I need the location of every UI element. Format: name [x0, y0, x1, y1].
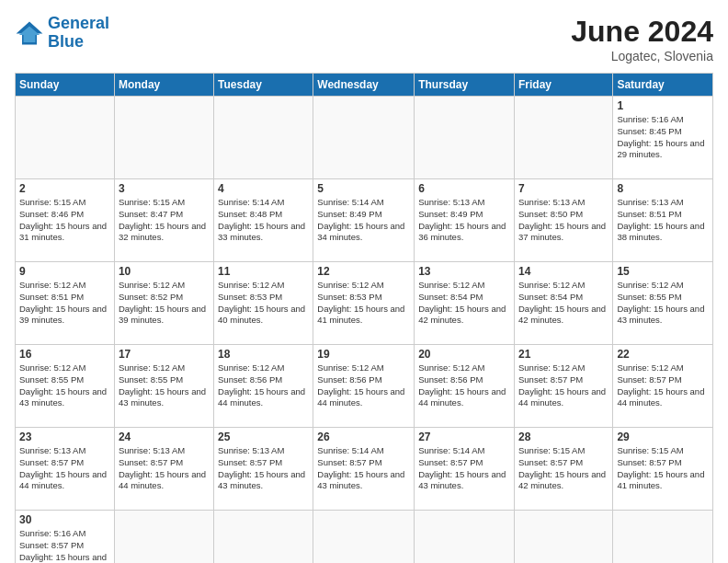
- day-number: 17: [119, 348, 210, 361]
- calendar-cell: [514, 511, 612, 564]
- calendar-cell: 7 Sunrise: 5:13 AM Sunset: 8:50 PM Dayli…: [514, 179, 612, 262]
- day-number: 3: [119, 182, 210, 195]
- sunset: Sunset: 8:51 PM: [19, 292, 84, 302]
- calendar-row-1: 1 Sunrise: 5:16 AM Sunset: 8:45 PM Dayli…: [16, 97, 713, 179]
- sunset: Sunset: 8:56 PM: [418, 374, 483, 385]
- header-wednesday: Wednesday: [313, 74, 415, 97]
- calendar-cell: 11 Sunrise: 5:12 AM Sunset: 8:53 PM Dayl…: [214, 262, 313, 345]
- sunrise: Sunrise: 5:16 AM: [19, 528, 85, 538]
- sunrise: Sunrise: 5:12 AM: [518, 280, 585, 290]
- calendar-cell: 9 Sunrise: 5:12 AM Sunset: 8:51 PM Dayli…: [16, 262, 115, 345]
- day-number: 27: [418, 431, 510, 443]
- calendar-cell: [114, 511, 213, 564]
- calendar-cell: 20 Sunrise: 5:12 AM Sunset: 8:56 PM Dayl…: [415, 345, 515, 428]
- sunrise: Sunrise: 5:12 AM: [518, 362, 585, 373]
- daylight: Daylight: 15 hours and 31 minutes.: [19, 221, 107, 243]
- sunset: Sunset: 8:45 PM: [617, 126, 681, 136]
- daylight: Daylight: 15 hours and 41 minutes.: [617, 469, 704, 491]
- day-info: Sunrise: 5:15 AM Sunset: 8:57 PM Dayligh…: [617, 445, 709, 492]
- calendar-cell: 15 Sunrise: 5:12 AM Sunset: 8:55 PM Dayl…: [613, 262, 713, 345]
- sunset: Sunset: 8:53 PM: [218, 292, 282, 302]
- sunset: Sunset: 8:46 PM: [19, 209, 84, 219]
- location: Logatec, Slovenia: [571, 49, 713, 63]
- calendar-cell: [514, 97, 612, 179]
- calendar-cell: 24 Sunrise: 5:13 AM Sunset: 8:57 PM Dayl…: [114, 428, 213, 511]
- calendar-cell: 16 Sunrise: 5:12 AM Sunset: 8:55 PM Dayl…: [16, 345, 115, 428]
- calendar-cell: 22 Sunrise: 5:12 AM Sunset: 8:57 PM Dayl…: [613, 345, 713, 428]
- day-number: 6: [418, 182, 510, 195]
- calendar-cell: 26 Sunrise: 5:14 AM Sunset: 8:57 PM Dayl…: [313, 428, 415, 511]
- sunset: Sunset: 8:49 PM: [418, 209, 483, 219]
- calendar-row-5: 23 Sunrise: 5:13 AM Sunset: 8:57 PM Dayl…: [16, 428, 713, 511]
- sunrise: Sunrise: 5:16 AM: [617, 114, 683, 124]
- sunset: Sunset: 8:49 PM: [317, 209, 381, 219]
- day-number: 25: [218, 431, 309, 443]
- daylight: Daylight: 15 hours and 44 minutes.: [218, 386, 305, 408]
- calendar-cell: 10 Sunrise: 5:12 AM Sunset: 8:52 PM Dayl…: [114, 262, 213, 345]
- day-info: Sunrise: 5:16 AM Sunset: 8:57 PM Dayligh…: [19, 528, 110, 563]
- calendar-cell: 1 Sunrise: 5:16 AM Sunset: 8:45 PM Dayli…: [613, 97, 713, 179]
- day-info: Sunrise: 5:12 AM Sunset: 8:54 PM Dayligh…: [418, 280, 510, 327]
- day-number: 15: [617, 265, 709, 278]
- sunrise: Sunrise: 5:15 AM: [19, 197, 85, 207]
- day-number: 28: [518, 431, 609, 443]
- daylight: Daylight: 15 hours and 43 minutes.: [218, 469, 305, 491]
- sunset: Sunset: 8:57 PM: [119, 457, 183, 467]
- day-info: Sunrise: 5:13 AM Sunset: 8:50 PM Dayligh…: [518, 197, 609, 244]
- calendar-cell: [114, 97, 213, 179]
- calendar-cell: 14 Sunrise: 5:12 AM Sunset: 8:54 PM Dayl…: [514, 262, 612, 345]
- sunset: Sunset: 8:51 PM: [617, 209, 681, 219]
- calendar-row-3: 9 Sunrise: 5:12 AM Sunset: 8:51 PM Dayli…: [16, 262, 713, 345]
- day-number: 7: [518, 182, 609, 195]
- sunrise: Sunrise: 5:14 AM: [218, 197, 284, 207]
- daylight: Daylight: 15 hours and 42 minutes.: [418, 304, 506, 326]
- day-number: 9: [19, 265, 110, 278]
- day-info: Sunrise: 5:12 AM Sunset: 8:56 PM Dayligh…: [317, 362, 410, 409]
- calendar-cell: [214, 511, 313, 564]
- day-number: 19: [317, 348, 410, 361]
- day-number: 11: [218, 265, 309, 278]
- daylight: Daylight: 15 hours and 42 minutes.: [518, 469, 606, 491]
- calendar-table: Sunday Monday Tuesday Wednesday Thursday…: [15, 73, 713, 563]
- daylight: Daylight: 15 hours and 42 minutes.: [518, 304, 606, 326]
- day-number: 5: [317, 182, 410, 195]
- calendar-cell: 12 Sunrise: 5:12 AM Sunset: 8:53 PM Dayl…: [313, 262, 415, 345]
- calendar-row-6: 30 Sunrise: 5:16 AM Sunset: 8:57 PM Dayl…: [16, 511, 713, 564]
- day-info: Sunrise: 5:12 AM Sunset: 8:55 PM Dayligh…: [119, 362, 210, 409]
- calendar-cell: [415, 97, 515, 179]
- sunset: Sunset: 8:57 PM: [317, 457, 381, 467]
- calendar-cell: 3 Sunrise: 5:15 AM Sunset: 8:47 PM Dayli…: [114, 179, 213, 262]
- day-number: 2: [19, 182, 110, 195]
- sunset: Sunset: 8:57 PM: [518, 374, 583, 385]
- day-info: Sunrise: 5:14 AM Sunset: 8:48 PM Dayligh…: [218, 197, 309, 244]
- sunset: Sunset: 8:50 PM: [518, 209, 583, 219]
- sunset: Sunset: 8:57 PM: [19, 457, 84, 467]
- sunset: Sunset: 8:57 PM: [518, 457, 583, 467]
- sunrise: Sunrise: 5:12 AM: [119, 280, 185, 290]
- day-number: 29: [617, 431, 709, 443]
- daylight: Daylight: 15 hours and 41 minutes.: [19, 552, 107, 563]
- sunset: Sunset: 8:47 PM: [119, 209, 183, 219]
- day-number: 21: [518, 348, 609, 361]
- sunrise: Sunrise: 5:12 AM: [119, 362, 185, 373]
- daylight: Daylight: 15 hours and 43 minutes.: [317, 469, 404, 491]
- calendar-cell: 18 Sunrise: 5:12 AM Sunset: 8:56 PM Dayl…: [214, 345, 313, 428]
- sunset: Sunset: 8:55 PM: [119, 374, 183, 385]
- daylight: Daylight: 15 hours and 43 minutes.: [119, 386, 206, 408]
- sunset: Sunset: 8:55 PM: [617, 292, 681, 302]
- sunset: Sunset: 8:48 PM: [218, 209, 282, 219]
- daylight: Daylight: 15 hours and 43 minutes.: [617, 304, 704, 326]
- day-number: 10: [119, 265, 210, 278]
- sunrise: Sunrise: 5:13 AM: [119, 445, 185, 455]
- daylight: Daylight: 15 hours and 44 minutes.: [617, 386, 704, 408]
- daylight: Daylight: 15 hours and 44 minutes.: [418, 386, 506, 408]
- day-info: Sunrise: 5:15 AM Sunset: 8:47 PM Dayligh…: [119, 197, 210, 244]
- daylight: Daylight: 15 hours and 37 minutes.: [518, 221, 606, 243]
- month-year: June 2024: [571, 15, 713, 49]
- day-number: 8: [617, 182, 709, 195]
- calendar-cell: [16, 97, 115, 179]
- calendar-cell: 5 Sunrise: 5:14 AM Sunset: 8:49 PM Dayli…: [313, 179, 415, 262]
- daylight: Daylight: 15 hours and 43 minutes.: [19, 386, 107, 408]
- sunset: Sunset: 8:54 PM: [418, 292, 483, 302]
- calendar-cell: [613, 511, 713, 564]
